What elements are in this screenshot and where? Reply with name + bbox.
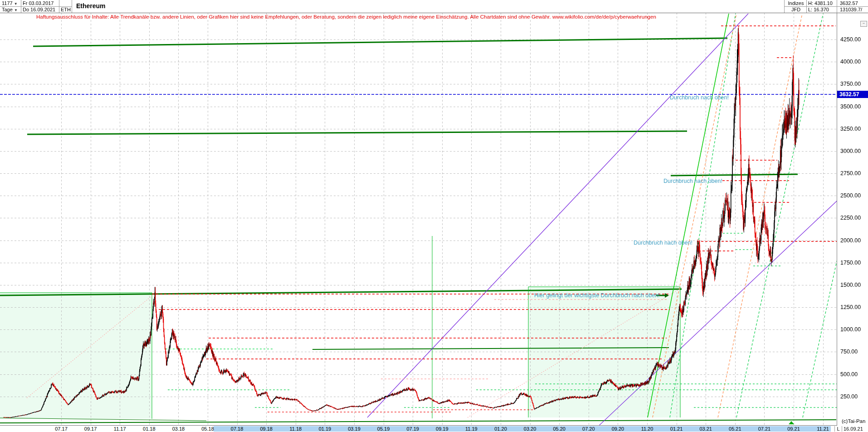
header-divider [784, 6, 868, 7]
time-axis-label: 05.19 [377, 426, 390, 432]
time-axis-label: 11.17 [114, 426, 126, 432]
time-axis-label: 05.18 [201, 426, 214, 432]
time-axis-label: 09.17 [84, 426, 97, 432]
header-divider [72, 0, 72, 13]
header-bottom-border [0, 13, 868, 13]
price-axis-label: 2500.00 [840, 192, 861, 199]
start-date-field[interactable]: Fr 03.03.2017 [23, 0, 54, 6]
time-axis-label: 07.18 [231, 426, 244, 432]
price-axis-label: 1500.00 [840, 282, 861, 288]
time-axis-label: 01.18 [143, 426, 156, 432]
time-axis-label: 01.20 [494, 426, 507, 432]
chevron-down-icon: ▼ [14, 2, 18, 6]
time-axis-label: 07.20 [582, 426, 595, 432]
copyright-label: (c)Tai-Pan [842, 418, 865, 424]
time-axis-label: 03.18 [172, 426, 185, 432]
time-axis-label: 05.21 [729, 426, 741, 432]
axis-end-date-label: 16.09.21 [844, 426, 863, 432]
volume-label: 131039.7/ [840, 7, 862, 13]
index-group-label: Indizes [786, 0, 806, 6]
time-axis-label: 11.20 [641, 426, 653, 432]
price-axis-label: 2750.00 [840, 170, 861, 177]
time-axis-label: 09.20 [612, 426, 624, 432]
time-axis-label: 11.18 [289, 426, 302, 432]
breakout-annotation: Durchbruch nach oben! [670, 94, 729, 101]
breakout-annotation: Durchbruch nach oben! [634, 240, 692, 246]
minimize-button[interactable]: − [860, 21, 867, 27]
price-axis-label: 500.00 [840, 371, 858, 378]
chevron-down-icon: ▼ [14, 8, 18, 12]
instrument-title: Ethereum [76, 2, 106, 10]
bars-count-dropdown[interactable]: 1177 ▼ [2, 0, 18, 7]
data-provider-label: JFD [786, 7, 806, 13]
price-axis-label: 1000.00 [840, 326, 861, 333]
range-high-label: H: 4381.10 [808, 0, 833, 6]
time-axis-label: 09.18 [260, 426, 273, 432]
time-axis-label: 09.19 [436, 426, 449, 432]
price-axis-label: 3500.00 [840, 103, 861, 110]
price-axis-label: 3250.00 [840, 126, 861, 132]
time-axis-label: 01.19 [319, 426, 332, 432]
time-axis-label: 07.21 [758, 426, 771, 432]
disclaimer-text: Haftungsausschluss für Inhalte: Alle Tre… [36, 14, 656, 20]
time-axis-label: 05.20 [553, 426, 566, 432]
breakout-annotation: Durchbruch nach oben! [663, 178, 722, 184]
last-marker-label: L [834, 426, 842, 432]
time-axis-label: 03.21 [699, 426, 712, 432]
symbol-label: ETH [61, 7, 71, 13]
time-axis-label: 07.17 [55, 426, 68, 432]
price-axis-label: 3750.00 [840, 81, 861, 87]
period-dropdown[interactable]: Tage ▼ [2, 7, 18, 13]
price-axis-label: 750.00 [840, 349, 858, 355]
price-axis-label: 1250.00 [840, 304, 861, 310]
price-axis-border [837, 13, 837, 432]
price-axis-label: 2250.00 [840, 215, 861, 221]
time-axis-label: 11.21 [817, 426, 829, 432]
time-axis-label: 03.20 [524, 426, 536, 432]
header-divider [0, 6, 72, 7]
time-axis-label: 03.19 [348, 426, 361, 432]
time-axis-label: 09.21 [787, 426, 800, 432]
price-axis-label: 250.00 [840, 393, 858, 400]
time-axis-label: 11.19 [465, 426, 478, 432]
price-axis-label: 3000.00 [840, 148, 861, 154]
price-chart-canvas[interactable] [0, 0, 868, 432]
time-axis-label: 07.19 [406, 426, 419, 432]
price-axis-label: 1750.00 [840, 260, 861, 266]
range-low-label: L: 16.370 [808, 7, 829, 13]
price-axis-label: 4000.00 [840, 59, 861, 65]
price-axis-label: 2000.00 [840, 237, 861, 244]
end-date-field[interactable]: Do 16.09.2021 [23, 7, 55, 13]
time-axis-label: 01.21 [670, 426, 683, 432]
breakout-annotation: Hier gelingt der wichtigste Durchbruch n… [534, 292, 660, 299]
current-price-tag: 3632.57 [837, 91, 868, 98]
price-axis-label: 4250.00 [840, 36, 861, 43]
last-price-label: 3632.57 [840, 0, 858, 6]
taipan-chart-window: { "header": { "bars_count": "1177", "per… [0, 0, 868, 432]
